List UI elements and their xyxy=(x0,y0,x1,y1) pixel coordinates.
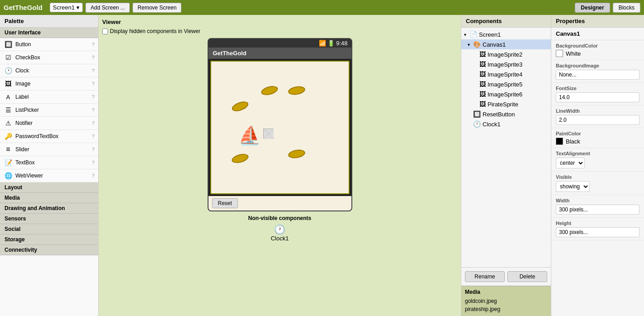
bg-image-input[interactable] xyxy=(556,70,639,80)
image-icon: 🖼 xyxy=(4,79,13,88)
palette-section-media: Media xyxy=(0,193,98,203)
info-icon-slider[interactable]: ? xyxy=(92,147,95,152)
prop-height: Height xyxy=(551,218,644,240)
palette-label-notifier: Notifier xyxy=(15,120,92,126)
sprite5-icon: 🖼 xyxy=(479,81,486,88)
app-title: GetTheGold xyxy=(4,4,43,11)
chevron-down-icon: ▾ xyxy=(76,4,80,11)
palette-item-checkbox[interactable]: ☑ CheckBox ? xyxy=(0,51,98,64)
media-section: Media goldcoin.jpeg pirateship.jpeg xyxy=(461,286,551,316)
tree-item-imagesprite6[interactable]: 🖼 ImageSprite6 xyxy=(461,89,551,99)
passwordtextbox-icon: 🔑 xyxy=(4,132,13,141)
tree-item-clock1[interactable]: 🕐 Clock1 xyxy=(461,119,551,129)
info-icon-label[interactable]: ? xyxy=(92,94,95,100)
palette-item-listpicker[interactable]: ☰ ListPicker ? xyxy=(0,104,98,117)
phone-status-right: 📶 🔋 9:48 xyxy=(319,40,347,47)
info-icon-textbox[interactable]: ? xyxy=(92,160,95,165)
palette-section-social: Social xyxy=(0,224,98,235)
palette-item-textbox[interactable]: 📝 TextBox ? xyxy=(0,156,98,169)
tree-toggle-canvas1[interactable]: ▾ xyxy=(468,42,473,47)
visible-select[interactable]: showing hidden xyxy=(556,181,590,192)
tree-item-imagesprite2[interactable]: 🖼 ImageSprite2 xyxy=(461,49,551,59)
prop-font-size-label: FontSize xyxy=(556,86,639,91)
prop-width-label: Width xyxy=(556,198,639,203)
coin-4 xyxy=(231,152,249,164)
canvas-icon: 🎨 xyxy=(473,41,481,48)
canvas-area[interactable]: ⛵ xyxy=(210,61,350,194)
paint-color-value: Black xyxy=(566,138,580,145)
tree-item-resetbutton[interactable]: 🔲 ResetButton xyxy=(461,109,551,119)
blocks-button[interactable]: Blocks xyxy=(613,3,640,13)
remove-screen-button[interactable]: Remove Screen xyxy=(133,3,181,13)
main-layout: Palette User Interface 🔲 Button ? ☑ Chec… xyxy=(0,15,644,316)
info-icon-clock[interactable]: ? xyxy=(92,68,95,73)
tree-item-imagesprite4[interactable]: 🖼 ImageSprite4 xyxy=(461,69,551,79)
palette-item-webviewer[interactable]: 🌐 WebViewer ? xyxy=(0,169,98,182)
palette-label-clock: Clock xyxy=(15,67,92,74)
palette-item-passwordtextbox[interactable]: 🔑 PasswordTextBox ? xyxy=(0,130,98,143)
viewer-panel: Viewer Display hidden components in View… xyxy=(99,15,461,316)
label-icon: A xyxy=(4,92,13,101)
coin-2 xyxy=(287,85,306,96)
palette-section-storage: Storage xyxy=(0,235,98,245)
palette-section-ui: User Interface xyxy=(0,28,98,38)
palette-item-button[interactable]: 🔲 Button ? xyxy=(0,38,98,51)
tree-toggle-screen1[interactable]: ▾ xyxy=(464,32,469,37)
line-width-input[interactable] xyxy=(556,115,639,125)
width-input[interactable] xyxy=(556,205,639,215)
properties-panel: Properties Canvas1 BackgroundColor White… xyxy=(551,15,644,316)
paint-color-swatch[interactable] xyxy=(556,138,563,145)
info-icon-notifier[interactable]: ? xyxy=(92,120,95,126)
palette-section-drawing: Drawing and Animation xyxy=(0,203,98,214)
info-icon-passwordtextbox[interactable]: ? xyxy=(92,134,95,139)
phone-app-bar: GetTheGold xyxy=(208,48,351,59)
info-icon-listpicker[interactable]: ? xyxy=(92,107,95,113)
rename-button[interactable]: Rename xyxy=(465,271,505,282)
clock-icon: 🕐 xyxy=(4,66,13,75)
screen-selector[interactable]: Screen1 ▾ xyxy=(50,3,83,12)
tree-item-imagesprite5[interactable]: 🖼 ImageSprite5 xyxy=(461,79,551,89)
show-hidden-checkbox[interactable] xyxy=(102,29,108,34)
height-input[interactable] xyxy=(556,227,639,237)
tree-item-piratesprite[interactable]: 🖼 PirateSprite xyxy=(461,99,551,109)
designer-button[interactable]: Designer xyxy=(575,3,610,13)
sprite6-icon: 🖼 xyxy=(479,91,486,98)
prop-bg-image-label: BackgroundImage xyxy=(556,63,639,68)
palette-label-passwordtextbox: PasswordTextBox xyxy=(15,133,92,139)
info-icon-image[interactable]: ? xyxy=(92,81,95,86)
reset-button[interactable]: Reset xyxy=(212,198,238,208)
palette-item-slider[interactable]: ≡ Slider ? xyxy=(0,143,98,156)
prop-text-align-label: TextAlignment xyxy=(556,151,639,156)
prop-bg-color-row: White xyxy=(556,50,639,57)
wifi-icon: 📶 xyxy=(319,40,326,47)
add-screen-button[interactable]: Add Screen ... xyxy=(85,3,130,13)
viewer-options: Display hidden components in Viewer xyxy=(102,28,457,34)
phone-status-bar: 📶 🔋 9:48 xyxy=(208,39,351,48)
prop-line-width-label: LineWidth xyxy=(556,108,639,114)
clock-time: 9:48 xyxy=(336,40,347,47)
palette-panel: Palette User Interface 🔲 Button ? ☑ Chec… xyxy=(0,15,99,316)
palette-title: Palette xyxy=(0,15,98,28)
font-size-input[interactable] xyxy=(556,92,639,102)
resetbtn-icon: 🔲 xyxy=(473,110,481,118)
clock1-label: Clock1 xyxy=(271,235,289,242)
prop-font-size: FontSize xyxy=(551,83,644,105)
textbox-icon: 📝 xyxy=(4,158,13,167)
palette-item-image[interactable]: 🖼 Image ? xyxy=(0,77,98,91)
bg-color-swatch[interactable] xyxy=(556,50,563,57)
delete-button[interactable]: Delete xyxy=(507,271,547,282)
palette-section-connectivity: Connectivity xyxy=(0,245,98,255)
tree-item-canvas1[interactable]: ▾ 🎨 Canvas1 xyxy=(461,39,551,49)
components-panel: Components ▾ 📄 Screen1 ▾ 🎨 Canvas1 🖼 Ima… xyxy=(461,15,551,316)
info-icon-webviewer[interactable]: ? xyxy=(92,173,95,178)
palette-label-button: Button xyxy=(15,41,92,48)
tree-item-imagesprite3[interactable]: 🖼 ImageSprite3 xyxy=(461,59,551,69)
text-alignment-select[interactable]: center left right xyxy=(556,158,585,168)
info-icon-button[interactable]: ? xyxy=(92,42,95,47)
tree-item-screen1[interactable]: ▾ 📄 Screen1 xyxy=(461,29,551,39)
info-icon-checkbox[interactable]: ? xyxy=(92,55,95,60)
prop-text-alignment: TextAlignment center left right xyxy=(551,148,644,172)
palette-item-clock[interactable]: 🕐 Clock ? xyxy=(0,64,98,77)
palette-item-label[interactable]: A Label ? xyxy=(0,91,98,104)
palette-item-notifier[interactable]: ⚠ Notifier ? xyxy=(0,117,98,130)
